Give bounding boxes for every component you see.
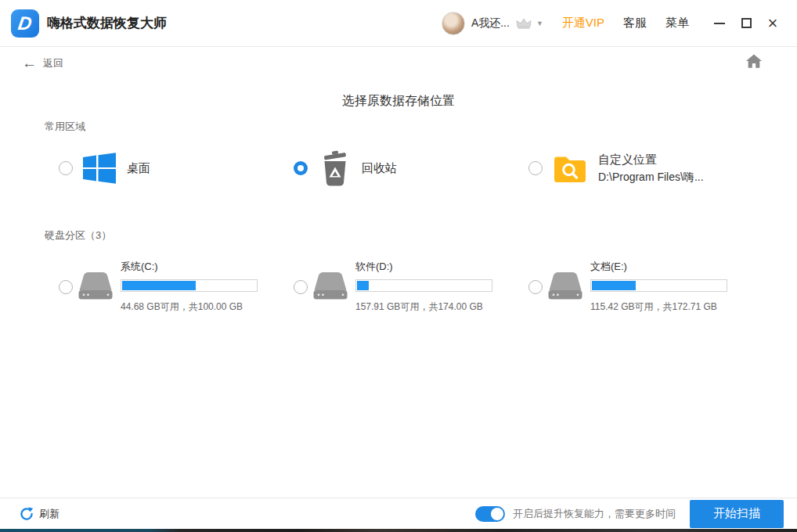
recycle-bin-icon — [318, 150, 351, 186]
crown-icon — [516, 17, 532, 30]
disk-c-radio[interactable] — [59, 280, 73, 294]
option-custom-location[interactable]: 自定义位置 D:\Program Files\嗨... — [528, 150, 763, 186]
customer-service-link[interactable]: 客服 — [623, 16, 647, 31]
option-desktop[interactable]: 桌面 — [59, 150, 294, 186]
app-logo-icon: D — [11, 9, 39, 38]
disk-item-d[interactable]: 软件(D:) 157.91 GB可用，共174.00 GB — [294, 260, 528, 314]
disk-usage-bar — [355, 279, 492, 292]
bottom-bar: 刷新 开启后提升恢复能力，需要更多时间 开始扫描 — [0, 498, 797, 529]
disk-item-e[interactable]: 文档(E:) 115.42 GB可用，共172.71 GB — [528, 260, 763, 314]
app-title: 嗨格式数据恢复大师 — [47, 14, 167, 32]
title-bar: D 嗨格式数据恢复大师 A我还... ▼ 开通VIP 客服 菜单 × — [0, 0, 797, 47]
chevron-down-icon[interactable]: ▼ — [536, 20, 543, 27]
refresh-button[interactable]: 刷新 — [20, 507, 60, 521]
windows-logo-icon — [83, 153, 116, 184]
disk-item-c[interactable]: 系统(C:) 44.68 GB可用，共100.00 GB — [59, 260, 294, 314]
disk-e-radio[interactable] — [528, 280, 543, 294]
disk-info: 157.91 GB可用，共174.00 GB — [355, 300, 492, 314]
start-scan-button[interactable]: 开始扫描 — [690, 500, 784, 528]
common-options-row: 桌面 回收站 自定义位置 D:\Program Files\嗨... — [59, 150, 763, 186]
maximize-icon — [741, 18, 752, 28]
custom-location-path: D:\Program Files\嗨... — [598, 171, 704, 185]
user-avatar[interactable] — [442, 12, 465, 35]
common-area-section-label: 常用区域 — [45, 120, 85, 134]
partitions-section-label: 硬盘分区（3） — [45, 228, 111, 243]
folder-search-icon — [553, 154, 587, 183]
disk-usage-bar — [590, 279, 727, 292]
custom-location-label: 自定义位置 — [598, 153, 704, 167]
disk-d-radio[interactable] — [294, 280, 308, 294]
custom-location-radio[interactable] — [528, 161, 543, 175]
minimize-icon — [714, 23, 725, 24]
desktop-radio[interactable] — [59, 161, 73, 175]
toggle-hint: 开启后提升恢复能力，需要更多时间 — [513, 507, 676, 521]
home-icon — [745, 53, 763, 69]
disk-usage-bar — [121, 279, 258, 292]
minimize-button[interactable] — [706, 10, 733, 37]
hard-drive-icon — [546, 271, 584, 314]
hard-drive-icon — [77, 271, 114, 314]
close-icon: × — [768, 15, 778, 32]
back-button[interactable]: ← 返回 — [22, 56, 63, 70]
desktop-taskbar-sliver — [0, 529, 797, 532]
menu-link[interactable]: 菜单 — [665, 16, 689, 31]
disk-name: 软件(D:) — [355, 260, 492, 274]
disk-name: 文档(E:) — [590, 260, 727, 274]
close-button[interactable]: × — [759, 10, 786, 37]
recycle-bin-radio[interactable] — [294, 161, 308, 175]
disk-info: 44.68 GB可用，共100.00 GB — [121, 300, 258, 314]
username[interactable]: A我还... — [471, 16, 510, 31]
page-title: 选择原数据存储位置 — [0, 93, 797, 110]
disk-info: 115.42 GB可用，共172.71 GB — [590, 300, 727, 314]
option-recycle-bin[interactable]: 回收站 — [294, 150, 528, 186]
refresh-icon — [20, 507, 34, 521]
disks-row: 系统(C:) 44.68 GB可用，共100.00 GB 软件(D:) 157.… — [59, 260, 763, 314]
open-vip-link[interactable]: 开通VIP — [562, 16, 604, 31]
disk-name: 系统(C:) — [121, 260, 258, 274]
maximize-button[interactable] — [733, 10, 759, 37]
home-button[interactable] — [745, 53, 763, 72]
deep-scan-toggle[interactable] — [475, 506, 505, 522]
back-arrow-icon: ← — [22, 56, 37, 70]
hard-drive-icon — [312, 271, 349, 314]
sub-nav: ← 返回 — [0, 47, 797, 80]
